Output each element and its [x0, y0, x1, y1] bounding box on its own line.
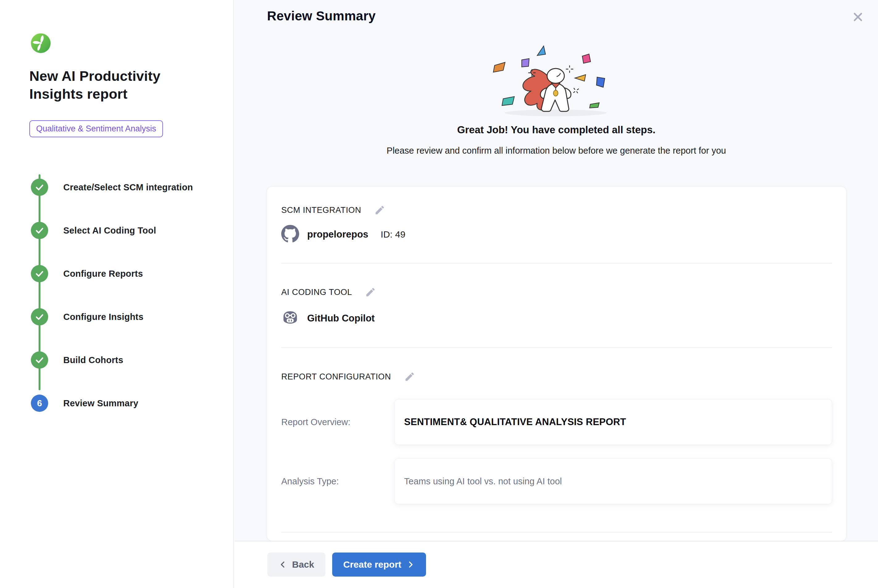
ai-tool-name: GitHub Copilot	[307, 313, 375, 324]
divider	[281, 263, 832, 264]
copilot-icon	[281, 309, 299, 328]
propeller-icon	[30, 33, 51, 54]
step-label: Select AI Coding Tool	[63, 225, 156, 236]
step-label: Review Summary	[63, 398, 138, 408]
wizard-footer: Back Create report	[235, 541, 878, 588]
report-overview-value-box: SENTIMENT& QUALITATIVE ANALYSIS REPORT	[395, 399, 832, 445]
step-configure-reports[interactable]: Configure Reports	[31, 252, 216, 295]
review-summary-panel: Review Summary	[235, 0, 878, 588]
analysis-type-label: Analysis Type:	[281, 476, 395, 486]
divider	[281, 532, 832, 532]
report-title: New AI Productivity Insights report	[29, 67, 208, 103]
chevron-left-icon	[278, 560, 287, 569]
step-label: Create/Select SCM integration	[63, 182, 193, 192]
step-review-summary[interactable]: 6 Review Summary	[31, 382, 216, 425]
wizard-stepper: Create/Select SCM integration Select AI …	[31, 166, 216, 425]
pencil-icon[interactable]	[374, 204, 386, 216]
ai-tool-section-label: AI CODING TOOL	[281, 288, 352, 297]
check-icon	[31, 222, 48, 239]
check-icon	[31, 308, 48, 326]
check-icon	[31, 351, 48, 369]
report-overview-value: SENTIMENT& QUALITATIVE ANALYSIS REPORT	[404, 417, 626, 428]
step-number-badge: 6	[31, 394, 48, 412]
divider	[281, 347, 832, 348]
pencil-icon[interactable]	[364, 286, 377, 298]
chevron-right-icon	[406, 560, 415, 569]
report-type-badge: Qualitative & Sentiment Analysis	[29, 120, 163, 137]
completion-hero: Great Job! You have completed all steps.…	[235, 37, 878, 156]
review-summary-card: SCM INTEGRATION propelorepos ID: 49 AI C…	[267, 186, 846, 541]
back-button[interactable]: Back	[268, 552, 325, 577]
celebration-superhero-illustration	[476, 37, 637, 120]
page-title: Review Summary	[267, 9, 376, 24]
new-report-wizard-window: New AI Productivity Insights report Qual…	[0, 0, 878, 588]
close-icon[interactable]	[851, 10, 865, 24]
step-label: Configure Reports	[63, 269, 143, 279]
step-select-ai-coding-tool[interactable]: Select AI Coding Tool	[31, 209, 216, 252]
pencil-icon[interactable]	[403, 370, 416, 383]
step-configure-insights[interactable]: Configure Insights	[31, 295, 216, 338]
scm-section-label: SCM INTEGRATION	[281, 206, 361, 215]
analysis-type-value-box: Teams using AI tool vs. not using AI too…	[395, 458, 832, 504]
analysis-type-value: Teams using AI tool vs. not using AI too…	[404, 476, 562, 486]
report-config-section-label: REPORT CONFIGURATION	[281, 372, 391, 382]
step-label: Configure Insights	[63, 312, 144, 322]
scm-integration-id: ID: 49	[380, 229, 405, 240]
step-create-select-scm[interactable]: Create/Select SCM integration	[31, 166, 216, 209]
completion-subheading: Please review and confirm all informatio…	[235, 146, 878, 156]
completion-heading: Great Job! You have completed all steps.	[235, 124, 878, 136]
report-overview-label: Report Overview:	[281, 417, 395, 427]
scm-integration-name: propelorepos	[307, 229, 368, 240]
step-label: Build Cohorts	[63, 355, 123, 365]
create-report-button[interactable]: Create report	[332, 552, 426, 577]
check-icon	[31, 265, 48, 282]
check-icon	[31, 178, 48, 196]
github-icon	[281, 225, 299, 244]
step-build-cohorts[interactable]: Build Cohorts	[31, 338, 216, 382]
wizard-sidebar: New AI Productivity Insights report Qual…	[0, 0, 234, 588]
